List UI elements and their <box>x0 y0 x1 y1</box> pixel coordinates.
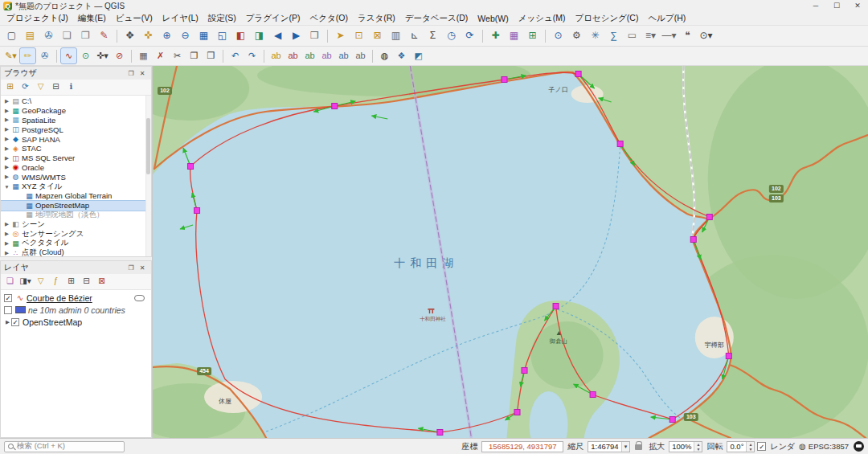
select-features-dropdown-icon[interactable]: ⊡ <box>350 27 367 44</box>
zoom-next-icon[interactable]: ▶ <box>288 27 305 44</box>
highlight-pinned-labels-icon[interactable]: ab <box>319 48 334 63</box>
cut-features-icon[interactable]: ✂ <box>170 48 185 63</box>
data-source-manager-icon[interactable]: ⊞ <box>524 27 541 44</box>
manage-map-themes-icon[interactable]: ◨▾ <box>18 275 32 288</box>
menu-settings[interactable]: 設定(S) <box>203 12 241 25</box>
maximize-button[interactable]: ☐ <box>826 0 847 12</box>
pan-map-icon[interactable]: ✥ <box>121 27 138 44</box>
menu-layer[interactable]: レイヤ(L) <box>158 12 203 25</box>
expander-icon[interactable]: ▶ <box>3 164 10 170</box>
spin-down-icon[interactable]: ▼ <box>694 447 702 452</box>
redo-icon[interactable]: ↷ <box>244 48 260 63</box>
decorations-dropdown-icon[interactable]: ≡▾ <box>642 27 659 44</box>
new-map-view-dropdown-icon[interactable]: ❒ <box>306 27 323 44</box>
browser-item-mssql[interactable]: ▶ ◫ MS SQL Server <box>1 153 151 163</box>
collapse-all-icon[interactable]: ⊟ <box>49 80 63 94</box>
menu-raster[interactable]: ラスタ(R) <box>353 12 400 25</box>
add-layer-dropdown-icon[interactable]: ▦ <box>506 27 522 44</box>
menu-vector[interactable]: ベクタ(O) <box>305 12 353 25</box>
minimize-button[interactable]: ─ <box>805 0 826 12</box>
menu-plugins[interactable]: プラグイン(P) <box>241 12 305 25</box>
expander-icon[interactable]: ▶ <box>3 136 10 142</box>
scale-combo[interactable]: 1:46794 ▾ <box>588 441 630 452</box>
add-favorite-icon[interactable]: ⊞ <box>3 80 17 94</box>
layer-visibility-checkbox[interactable]: ✓ <box>4 294 12 302</box>
lock-scale-icon[interactable] <box>635 444 642 450</box>
close-panel-icon[interactable]: ✕ <box>137 70 148 77</box>
browser-item-sap-hana[interactable]: ▶ ◆ SAP HANA <box>1 134 151 144</box>
browser-item-mapzen-terrain[interactable]: ▦ Mapzen Global Terrain <box>1 191 151 201</box>
browser-item-vector-tiles[interactable]: ▶ ▦ ベクタタイル <box>1 239 151 248</box>
expander-icon[interactable]: ▼ <box>3 184 10 190</box>
locator-options-icon[interactable]: ⊙ <box>550 27 567 44</box>
properties-widget-icon[interactable]: ℹ <box>64 80 78 94</box>
copy-features-icon[interactable]: ❐ <box>186 48 202 63</box>
browser-item-stac[interactable]: ▶ ◈ STAC <box>1 144 151 153</box>
save-project-icon[interactable]: ✇ <box>40 27 57 44</box>
open-attribute-table-icon[interactable]: ▥ <box>387 27 404 44</box>
web-dropdown-icon[interactable]: ⊙▾ <box>698 27 714 44</box>
layer-visibility-checkbox[interactable]: ✓ <box>11 318 19 326</box>
browser-scrollbar[interactable] <box>145 96 151 256</box>
menu-help[interactable]: ヘルプ(H) <box>643 12 690 25</box>
menu-project[interactable]: プロジェクト(J) <box>2 12 73 25</box>
map-canvas[interactable]: 102 454 103 102 103 十和田湖 休屋 宇樽部 子ノ口 御倉山 <box>153 66 868 438</box>
expander-icon[interactable]: ▶ <box>3 126 10 133</box>
refresh-browser-icon[interactable]: ⟳ <box>18 80 32 94</box>
close-button[interactable]: ✕ <box>847 0 868 12</box>
filter-browser-icon[interactable]: ▽ <box>34 80 47 94</box>
chevron-down-icon[interactable]: ▾ <box>621 442 630 452</box>
menu-edit[interactable]: 編集(E) <box>73 12 111 25</box>
statistical-summary-icon[interactable]: Σ <box>424 27 441 44</box>
menu-processing[interactable]: プロセシング(C) <box>570 12 643 25</box>
expander-icon[interactable]: ▶ <box>3 145 10 152</box>
layer-label[interactable]: Courbe de Bézier <box>26 293 92 303</box>
filter-expression-icon[interactable]: ƒ <box>49 275 63 288</box>
scrollbar-thumb[interactable] <box>146 118 150 174</box>
bezier-add-anchor-icon[interactable]: ⊙ <box>78 48 93 63</box>
move-label-icon[interactable]: ab <box>336 48 351 63</box>
open-project-icon[interactable]: ▤ <box>22 27 39 44</box>
zoom-out-icon[interactable]: ⊖ <box>177 27 194 44</box>
statistics-panel-icon[interactable]: ∑ <box>605 27 622 44</box>
zoom-to-selection-icon[interactable]: ◧ <box>232 27 249 44</box>
layer-diagram-icon[interactable]: ab <box>285 48 301 63</box>
layout-manager-icon[interactable]: ❐ <box>77 27 94 44</box>
paste-features-icon[interactable]: ❒ <box>203 48 219 63</box>
temporal-controller-icon[interactable]: ◷ <box>443 27 460 44</box>
locator-search-input[interactable]: 検索 (Ctrl + K) <box>4 441 125 452</box>
browser-item-sensorthings[interactable]: ▶ ◎ センサーシングス <box>1 229 151 239</box>
browser-item-openstreetmap[interactable]: ▦ OpenStreetMap <box>1 201 151 211</box>
render-checkbox[interactable]: ✓ <box>757 442 766 451</box>
new-layer-dropdown-icon[interactable]: ✚ <box>487 27 504 44</box>
new-project-icon[interactable]: ▢ <box>3 27 20 44</box>
browser-item-xyz-tiles[interactable]: ▼ ▦ XYZ タイル <box>1 182 151 191</box>
python-console-icon[interactable]: ◩ <box>411 48 426 63</box>
metasearch-icon[interactable]: ❖ <box>394 48 409 63</box>
measure-dropdown-icon[interactable]: ⊾ <box>406 27 423 44</box>
browser-item-point-clouds[interactable]: ▶ ∴ 点群 (Cloud) <box>1 248 151 256</box>
pan-to-selection-icon[interactable]: ✜ <box>140 27 157 44</box>
magnifier-spinbox[interactable]: 100% ▲▼ <box>669 441 702 452</box>
undock-panel-icon[interactable]: ❐ <box>125 70 137 77</box>
expander-icon[interactable]: ▶ <box>3 174 10 180</box>
print-layout-icon[interactable]: ❏ <box>59 27 76 44</box>
map-tips-icon[interactable]: ▭ <box>624 27 641 44</box>
layer-labeling-icon[interactable]: ab <box>268 48 284 63</box>
expander-icon[interactable]: ▶ <box>3 108 10 114</box>
scale-bar-dropdown-icon[interactable]: —▾ <box>661 27 678 44</box>
style-manager-icon[interactable]: ✎ <box>96 27 113 44</box>
expander-icon[interactable]: ▶ <box>3 98 10 104</box>
delete-selected-icon[interactable]: ✗ <box>153 48 168 63</box>
layer-row-osm[interactable]: ▶ ✓ OpenStreetMap <box>1 316 151 328</box>
messages-icon[interactable] <box>854 441 864 452</box>
expand-all-icon[interactable]: ⊞ <box>64 275 78 288</box>
layer-visibility-checkbox[interactable] <box>4 306 12 314</box>
expander-icon[interactable]: ▶ <box>3 231 10 237</box>
identify-features-icon[interactable]: ➤ <box>332 27 349 44</box>
expander-icon[interactable]: ▶ <box>4 319 11 325</box>
zoom-native-icon[interactable]: ▦ <box>195 27 212 44</box>
osm-globe-icon[interactable]: ◍ <box>377 48 392 63</box>
save-layer-edits-icon[interactable]: ✇ <box>37 48 52 63</box>
undo-icon[interactable]: ↶ <box>227 48 243 63</box>
